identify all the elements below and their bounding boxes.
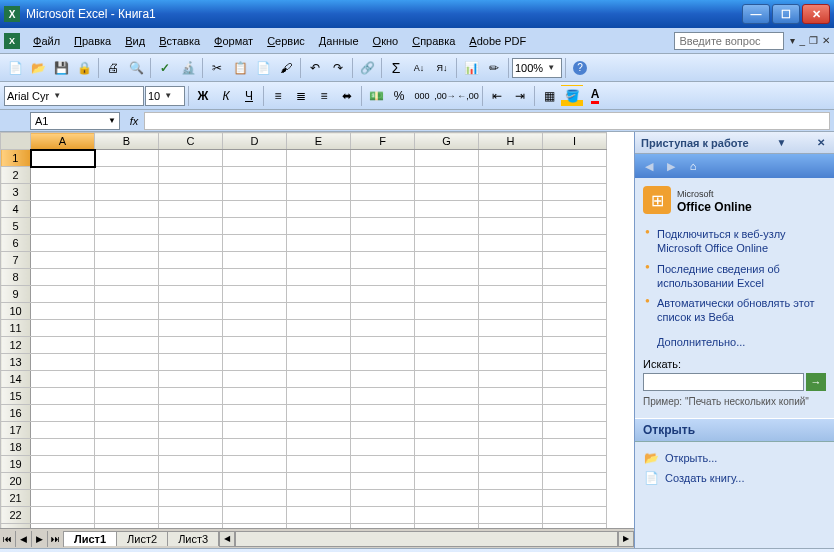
cell-H16[interactable] bbox=[479, 405, 543, 422]
cell-E4[interactable] bbox=[287, 201, 351, 218]
cell-B2[interactable] bbox=[95, 167, 159, 184]
taskpane-search-input[interactable] bbox=[643, 373, 804, 391]
cell-H7[interactable] bbox=[479, 252, 543, 269]
increase-indent-icon[interactable]: ⇥ bbox=[509, 85, 531, 107]
search-go-button[interactable]: → bbox=[806, 373, 826, 391]
nav-home-icon[interactable]: ⌂ bbox=[683, 157, 703, 175]
cell-G2[interactable] bbox=[415, 167, 479, 184]
row-header-10[interactable]: 10 bbox=[1, 303, 31, 320]
row-header-15[interactable]: 15 bbox=[1, 388, 31, 405]
cell-B22[interactable] bbox=[95, 507, 159, 524]
cell-C20[interactable] bbox=[159, 473, 223, 490]
cell-E11[interactable] bbox=[287, 320, 351, 337]
cell-I13[interactable] bbox=[543, 354, 607, 371]
cell-I18[interactable] bbox=[543, 439, 607, 456]
cell-D18[interactable] bbox=[223, 439, 287, 456]
row-header-9[interactable]: 9 bbox=[1, 286, 31, 303]
cell-H18[interactable] bbox=[479, 439, 543, 456]
chart-wizard-icon[interactable] bbox=[460, 57, 482, 79]
col-header-D[interactable]: D bbox=[223, 133, 287, 150]
row-header-4[interactable]: 4 bbox=[1, 201, 31, 218]
cell-C3[interactable] bbox=[159, 184, 223, 201]
drawing-icon[interactable]: ✏ bbox=[483, 57, 505, 79]
menubar-dropdown-icon[interactable]: ▾ bbox=[790, 35, 795, 46]
cell-G15[interactable] bbox=[415, 388, 479, 405]
cell-A6[interactable] bbox=[31, 235, 95, 252]
cell-A1[interactable] bbox=[31, 150, 95, 167]
cell-B8[interactable] bbox=[95, 269, 159, 286]
cell-F20[interactable] bbox=[351, 473, 415, 490]
cell-F11[interactable] bbox=[351, 320, 415, 337]
select-all-corner[interactable] bbox=[1, 133, 31, 150]
cell-C15[interactable] bbox=[159, 388, 223, 405]
font-size-combo[interactable]: 10▼ bbox=[145, 86, 185, 106]
cell-F10[interactable] bbox=[351, 303, 415, 320]
underline-button[interactable]: Ч bbox=[238, 85, 260, 107]
cell-F21[interactable] bbox=[351, 490, 415, 507]
sheet-tab-2[interactable]: Лист2 bbox=[117, 531, 168, 546]
row-header-21[interactable]: 21 bbox=[1, 490, 31, 507]
cell-D14[interactable] bbox=[223, 371, 287, 388]
cell-B13[interactable] bbox=[95, 354, 159, 371]
cell-A2[interactable] bbox=[31, 167, 95, 184]
research-icon[interactable]: 🔬 bbox=[177, 57, 199, 79]
cell-D5[interactable] bbox=[223, 218, 287, 235]
cell-F8[interactable] bbox=[351, 269, 415, 286]
cell-G8[interactable] bbox=[415, 269, 479, 286]
cell-C16[interactable] bbox=[159, 405, 223, 422]
cell-H9[interactable] bbox=[479, 286, 543, 303]
tab-nav-next-icon[interactable]: ▶ bbox=[32, 531, 48, 547]
bold-button[interactable]: Ж bbox=[192, 85, 214, 107]
cell-F5[interactable] bbox=[351, 218, 415, 235]
cell-B16[interactable] bbox=[95, 405, 159, 422]
cell-H1[interactable] bbox=[479, 150, 543, 167]
cell-F14[interactable] bbox=[351, 371, 415, 388]
cell-I5[interactable] bbox=[543, 218, 607, 235]
font-color-icon[interactable]: A bbox=[584, 85, 606, 107]
spellcheck-icon[interactable]: ✓ bbox=[154, 57, 176, 79]
cell-H12[interactable] bbox=[479, 337, 543, 354]
cell-F4[interactable] bbox=[351, 201, 415, 218]
cell-E14[interactable] bbox=[287, 371, 351, 388]
create-workbook-link[interactable]: 📄Создать книгу... bbox=[643, 468, 826, 488]
new-icon[interactable] bbox=[4, 57, 26, 79]
tab-nav-last-icon[interactable]: ⏭ bbox=[48, 531, 64, 547]
format-painter-icon[interactable]: 🖌 bbox=[275, 57, 297, 79]
cell-B17[interactable] bbox=[95, 422, 159, 439]
row-header-13[interactable]: 13 bbox=[1, 354, 31, 371]
row-header-6[interactable]: 6 bbox=[1, 235, 31, 252]
formula-input[interactable] bbox=[144, 112, 830, 130]
cell-I2[interactable] bbox=[543, 167, 607, 184]
maximize-button[interactable]: ☐ bbox=[772, 4, 800, 24]
cell-H3[interactable] bbox=[479, 184, 543, 201]
cell-E8[interactable] bbox=[287, 269, 351, 286]
cell-C4[interactable] bbox=[159, 201, 223, 218]
comma-style-icon[interactable]: 000 bbox=[411, 85, 433, 107]
sort-asc-icon[interactable]: А↓ bbox=[408, 57, 430, 79]
cell-B15[interactable] bbox=[95, 388, 159, 405]
cell-A7[interactable] bbox=[31, 252, 95, 269]
cell-C23[interactable] bbox=[159, 524, 223, 529]
taskpane-link-2[interactable]: Автоматически обновлять этот список из В… bbox=[643, 293, 826, 328]
print-icon[interactable] bbox=[102, 57, 124, 79]
cell-G20[interactable] bbox=[415, 473, 479, 490]
cell-D13[interactable] bbox=[223, 354, 287, 371]
menu-adobe-pdf[interactable]: Adobe PDF bbox=[462, 33, 533, 49]
cell-I21[interactable] bbox=[543, 490, 607, 507]
col-header-E[interactable]: E bbox=[287, 133, 351, 150]
fill-color-icon[interactable]: 🪣 bbox=[561, 85, 583, 107]
row-header-1[interactable]: 1 bbox=[1, 150, 31, 167]
cell-I3[interactable] bbox=[543, 184, 607, 201]
cell-F15[interactable] bbox=[351, 388, 415, 405]
cell-D22[interactable] bbox=[223, 507, 287, 524]
cell-A15[interactable] bbox=[31, 388, 95, 405]
menu-window[interactable]: Окно bbox=[366, 33, 406, 49]
doc-minimize-button[interactable]: _ bbox=[799, 35, 805, 46]
cell-D23[interactable] bbox=[223, 524, 287, 529]
cell-G17[interactable] bbox=[415, 422, 479, 439]
cell-F17[interactable] bbox=[351, 422, 415, 439]
cell-A11[interactable] bbox=[31, 320, 95, 337]
cell-E12[interactable] bbox=[287, 337, 351, 354]
cell-E1[interactable] bbox=[287, 150, 351, 167]
cell-C18[interactable] bbox=[159, 439, 223, 456]
